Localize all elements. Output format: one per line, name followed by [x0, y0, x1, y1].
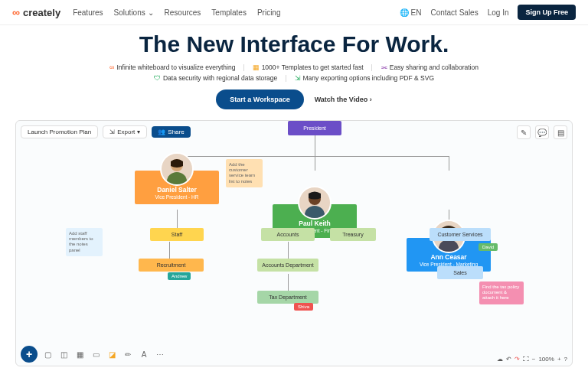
- fit-icon[interactable]: ⛶: [523, 356, 529, 363]
- globe-icon: 🌐: [400, 8, 409, 17]
- org-node-accounts[interactable]: Accounts: [261, 228, 315, 241]
- comment-icon[interactable]: 💬: [535, 125, 549, 139]
- svg-point-5: [439, 239, 459, 252]
- main-nav: Features Solutions ⌄ Resources Templates…: [73, 8, 280, 17]
- org-node-tax[interactable]: Tax Department: [257, 291, 318, 304]
- share-button[interactable]: 👥 Share: [152, 126, 190, 138]
- undo-icon[interactable]: ↶: [506, 356, 511, 363]
- org-node-accounts-dept[interactable]: Accounts Department: [257, 259, 318, 272]
- infinity-icon: ∞: [109, 63, 114, 71]
- zoom-level[interactable]: 100%: [538, 356, 554, 363]
- note-icon[interactable]: ▢: [41, 348, 54, 360]
- template-icon: ▦: [253, 63, 260, 71]
- avatar: [160, 152, 194, 186]
- diagram-canvas[interactable]: Launch Promotion Plan ⇲ Export ▾ 👥 Share…: [15, 120, 573, 366]
- shield-icon: 🛡: [154, 74, 161, 82]
- org-node-customer-services[interactable]: Customer Services: [430, 228, 491, 241]
- org-node-sales[interactable]: Sales: [437, 266, 483, 279]
- hero-title: The New Interface For Work.: [0, 31, 588, 57]
- feature-text: 1000+ Templates to get started fast: [262, 63, 364, 71]
- user-tag[interactable]: Shiva: [294, 303, 313, 311]
- user-tag[interactable]: Andrew: [168, 272, 191, 280]
- contact-sales-link[interactable]: Contact Sales: [430, 8, 478, 17]
- sticky-note[interactable]: Add the customer service team list to no…: [226, 159, 263, 187]
- redo-icon[interactable]: ↷: [514, 356, 520, 363]
- login-link[interactable]: Log In: [488, 8, 509, 17]
- text-icon[interactable]: A: [138, 348, 150, 360]
- layers-icon[interactable]: ▤: [554, 125, 567, 139]
- nav-solutions[interactable]: Solutions ⌄: [114, 8, 154, 17]
- svg-point-3: [305, 206, 325, 218]
- language-selector[interactable]: 🌐 EN: [400, 8, 422, 17]
- nav-templates[interactable]: Templates: [211, 8, 247, 17]
- add-button[interactable]: +: [21, 346, 38, 363]
- more-icon[interactable]: ⋯: [154, 348, 166, 360]
- site-header: ∞creately Features Solutions ⌄ Resources…: [0, 0, 588, 25]
- help-icon[interactable]: ?: [564, 356, 567, 363]
- logo[interactable]: ∞creately: [12, 6, 60, 18]
- edit-icon[interactable]: ✎: [517, 125, 531, 139]
- hero-section: The New Interface For Work. ∞Infinite wh…: [0, 25, 588, 120]
- feature-text: Easy sharing and collaboration: [390, 63, 479, 71]
- sticky-note[interactable]: Find the tax policy document & attach it…: [479, 281, 524, 304]
- zoom-out-icon[interactable]: −: [532, 356, 536, 363]
- nav-resources[interactable]: Resources: [165, 8, 201, 17]
- cloud-icon[interactable]: ☁: [497, 356, 503, 363]
- avatar: [298, 186, 332, 220]
- svg-point-1: [167, 172, 187, 184]
- watch-video-link[interactable]: Watch the Video ›: [315, 96, 372, 103]
- person-name: Daniel Salter: [138, 186, 216, 194]
- signup-button[interactable]: Sign Up Free: [518, 5, 576, 20]
- feature-text: Many exporting options including PDF & S…: [303, 74, 435, 82]
- person-name: Ann Ceasar: [410, 253, 488, 261]
- nav-features[interactable]: Features: [73, 8, 103, 17]
- user-tag[interactable]: David: [479, 243, 498, 251]
- export-icon: ⇲: [295, 74, 301, 82]
- shape-icon[interactable]: ◫: [57, 348, 70, 360]
- chevron-down-icon: ▾: [137, 129, 140, 135]
- feature-text: Infinite whiteboard to visualize everyth…: [116, 63, 235, 71]
- org-node-president[interactable]: President: [288, 121, 341, 135]
- sticky-icon[interactable]: ◪: [106, 348, 118, 360]
- sticky-note[interactable]: Add staff members to the notes panel: [66, 228, 103, 256]
- org-node-vp-hr[interactable]: Daniel Salter Vice President - HR: [135, 171, 219, 204]
- frame-icon[interactable]: ▭: [90, 348, 102, 360]
- pen-icon[interactable]: ✏: [122, 348, 134, 360]
- feature-text: Data security with regional data storage: [163, 74, 277, 82]
- document-title[interactable]: Launch Promotion Plan: [21, 125, 98, 138]
- person-name: Paul Keith: [276, 220, 354, 227]
- org-node-staff[interactable]: Staff: [150, 228, 204, 241]
- nav-pricing[interactable]: Pricing: [257, 8, 281, 17]
- org-node-treasury[interactable]: Treasury: [330, 228, 376, 241]
- chevron-right-icon: ›: [370, 96, 372, 103]
- start-workspace-button[interactable]: Start a Workspace: [216, 89, 303, 109]
- share-icon: ⫘: [381, 63, 387, 71]
- chevron-down-icon: ⌄: [148, 8, 154, 17]
- org-node-recruitment[interactable]: Recruitment: [139, 259, 204, 272]
- export-button[interactable]: ⇲ Export ▾: [103, 125, 147, 138]
- table-icon[interactable]: ▦: [74, 348, 86, 360]
- zoom-in-icon[interactable]: +: [557, 356, 561, 363]
- export-icon: ⇲: [109, 129, 115, 135]
- person-title: Vice President - HR: [138, 194, 216, 200]
- share-icon: 👥: [158, 129, 165, 135]
- logo-icon: ∞: [12, 6, 20, 18]
